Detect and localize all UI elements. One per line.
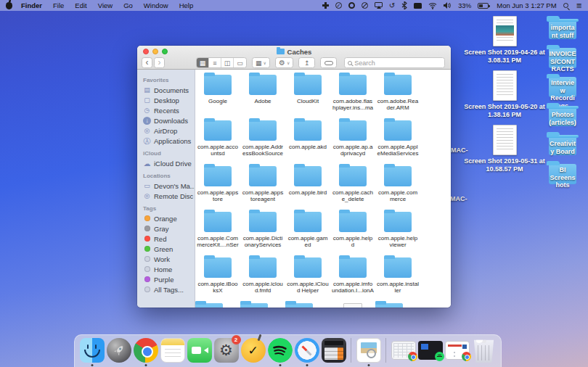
folder-item[interactable]: CloudKit — [285, 75, 330, 120]
folder-item[interactable]: com.apple.appstoreagent — [240, 166, 285, 212]
apple-menu-icon[interactable] — [6, 2, 12, 9]
icon-view-button[interactable]: ▦ — [197, 58, 209, 67]
menu-item[interactable]: Window — [144, 1, 168, 9]
folder-item[interactable]: com.apple.appstore — [195, 166, 240, 212]
folder-item[interactable]: com.apple.installer — [375, 257, 420, 303]
search-field[interactable] — [344, 57, 445, 68]
menu-item[interactable]: Finder — [21, 1, 42, 9]
dock-item-system-preferences[interactable]: 2 ⚙ — [214, 338, 239, 363]
dock-item-notes[interactable] — [160, 338, 185, 363]
sidebar-item[interactable]: ↓ Downloads — [137, 115, 195, 125]
sidebar-item[interactable]: ◷ Recents — [137, 105, 195, 115]
partially-visible-item[interactable] — [375, 303, 403, 308]
partially-visible-item[interactable] — [195, 303, 223, 308]
menu-item[interactable]: View — [98, 1, 113, 9]
check-circle-icon[interactable]: ✓ — [335, 2, 342, 9]
folder-item[interactable]: com.apple.icloud.fmfd — [240, 257, 285, 303]
folder-item[interactable]: com.apple.gamed — [285, 212, 330, 257]
camera-lens-icon[interactable] — [348, 2, 355, 9]
action-menu-button[interactable]: ⚙ ∨ — [275, 57, 293, 68]
partially-visible-item[interactable] — [240, 303, 268, 308]
sidebar-item[interactable]: Red — [137, 234, 195, 244]
folder-item[interactable]: com.apple.bird — [285, 166, 330, 212]
folder-item[interactable]: com.adobe.Reader.ARM — [375, 75, 420, 120]
folder-item[interactable]: com.apple.accountsd — [195, 120, 240, 166]
time-machine-icon[interactable]: ↺ — [389, 2, 395, 9]
desktop-icon-folder[interactable]: Photos (articles) — [549, 106, 576, 126]
dock-item-minimized-dark-window[interactable] — [418, 338, 443, 363]
sidebar-item[interactable]: ◎ AirDrop — [137, 125, 195, 136]
battery-icon[interactable] — [478, 3, 489, 9]
do-not-disturb-icon[interactable] — [362, 2, 368, 9]
group-by-button[interactable]: ▦ ∨ — [252, 57, 270, 68]
folder-item[interactable]: com.apple.helpd — [330, 212, 375, 257]
menu-item[interactable]: File — [53, 1, 64, 9]
sidebar-item[interactable]: Ⓐ Applications — [137, 136, 195, 146]
folder-item[interactable]: com.apple.commerce — [375, 166, 420, 212]
share-button[interactable]: ↥ — [298, 57, 315, 68]
folder-item[interactable]: com.apple.AddressBookSourceSync — [240, 120, 285, 166]
tags-button[interactable] — [320, 57, 337, 68]
dock-item-minimized-document-window[interactable] — [445, 338, 470, 363]
sidebar-item[interactable]: ▤ Documents — [137, 85, 195, 95]
menu-bar-clock[interactable]: Mon Jun 3 1:27 PM — [497, 1, 556, 9]
dock-item-facetime[interactable] — [187, 338, 212, 363]
partially-visible-item[interactable] — [285, 303, 313, 308]
menu-item[interactable]: Edit — [75, 1, 86, 9]
partial-desktop-label[interactable]: MAC- — [451, 147, 468, 154]
dock-item-check-app[interactable]: ✓ — [241, 338, 266, 363]
menu-item[interactable]: Go — [123, 1, 133, 9]
dock-item-minimized-browser-window[interactable] — [391, 338, 416, 363]
list-view-button[interactable]: ≡ — [209, 58, 221, 67]
folder-item[interactable]: com.apple.iCloud Helper — [285, 257, 330, 303]
dock-item-safari[interactable] — [295, 338, 319, 363]
dock-item-spotify[interactable] — [268, 338, 293, 363]
sidebar-item[interactable]: Work — [137, 254, 195, 264]
forward-button[interactable]: › — [154, 57, 165, 68]
desktop-icon-folder[interactable]: INVOICES/CONTRACTS — [549, 48, 576, 68]
partially-visible-item[interactable] — [330, 303, 375, 308]
folder-item[interactable]: com.apple.CommerceKit....nService — [195, 212, 240, 257]
folder-item[interactable]: com.apple.imfoundation.I...ionAgent — [330, 257, 375, 303]
sidebar-item[interactable]: All Tags... — [137, 284, 195, 294]
dock-item-finder[interactable] — [80, 338, 105, 363]
desktop-icon-folder[interactable]: important stuff — [549, 19, 576, 39]
sidebar-item[interactable]: ▢ Desktop — [137, 95, 195, 105]
folder-item[interactable]: Google — [195, 75, 240, 120]
folder-item[interactable]: com.apple.akd — [285, 120, 330, 166]
sidebar-item[interactable]: Orange — [137, 213, 195, 223]
sidebar-item[interactable]: Green — [137, 244, 195, 254]
folder-item[interactable]: com.adobe.flashplayer.ins...manager — [330, 75, 375, 120]
menu-item[interactable]: Help — [179, 1, 194, 9]
folder-item[interactable]: com.apple.cache_delete — [330, 166, 375, 212]
sidebar-item[interactable]: ▭ Devon's Ma... — [137, 181, 195, 191]
notification-center-icon[interactable]: ≣ — [576, 2, 582, 9]
airplay-display-icon[interactable] — [375, 2, 383, 7]
display-icon[interactable] — [414, 3, 422, 9]
sidebar-item[interactable]: Home — [137, 264, 195, 274]
folder-item[interactable]: com.apple.ap.adprivacyd — [330, 120, 375, 166]
column-view-button[interactable]: ◫ — [221, 58, 234, 67]
sidebar-item[interactable]: Gray — [137, 223, 195, 234]
desktop-icon-folder[interactable]: BI Screenshots — [549, 164, 576, 184]
desktop-icon-folder[interactable]: Interview Recordings — [549, 77, 576, 97]
dock-item-preview[interactable] — [356, 338, 381, 363]
bluetooth-icon[interactable] — [401, 1, 407, 9]
spotlight-icon[interactable] — [563, 3, 568, 8]
folder-item[interactable]: com.apple.AppleMediaServices — [375, 120, 420, 166]
dock-item-trash[interactable] — [472, 338, 497, 363]
search-input[interactable] — [354, 59, 441, 67]
dock-item-calculator[interactable] — [322, 338, 346, 363]
dock-item-chrome[interactable] — [134, 338, 158, 363]
desktop-icon-folder[interactable]: Creativity Board — [549, 135, 576, 155]
gallery-view-button[interactable]: ▭ — [234, 58, 246, 67]
wifi-icon[interactable] — [428, 2, 437, 9]
sidebar-item[interactable]: ☁ iCloud Drive — [137, 158, 195, 168]
plus-icon[interactable] — [322, 2, 329, 9]
folder-item[interactable]: com.apple.DictionaryServices — [240, 212, 285, 257]
folder-item[interactable]: com.apple.iBooksX — [195, 257, 240, 303]
back-button[interactable]: ‹ — [142, 57, 152, 68]
volume-icon[interactable] — [444, 2, 452, 9]
folder-item[interactable]: com.apple.helpviewer — [375, 212, 420, 257]
sidebar-item[interactable]: Purple — [137, 274, 195, 284]
